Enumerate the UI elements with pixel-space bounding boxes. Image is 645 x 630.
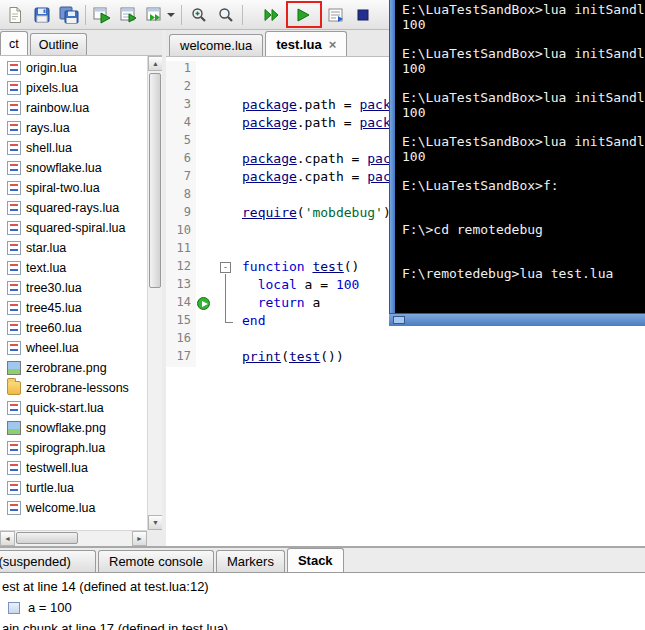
project-dropdown-icon[interactable] [144, 2, 177, 28]
toolbar-separator [85, 5, 86, 25]
new-file-icon[interactable] [2, 2, 27, 28]
code-line[interactable] [242, 331, 645, 349]
tree-item[interactable]: origin.lua [0, 58, 147, 78]
run-to-cursor-icon[interactable] [259, 2, 284, 28]
lua-file-icon [7, 101, 21, 115]
stop-icon[interactable] [350, 2, 375, 28]
lua-file-icon [7, 461, 21, 475]
tree-item[interactable]: star.lua [0, 238, 147, 258]
tab-project[interactable]: ct [0, 31, 28, 55]
ide-window: ct Outline origin.lua pixels.lua rainbow… [0, 0, 645, 630]
console-line [402, 208, 645, 223]
fold-collapse-icon[interactable]: - [220, 262, 231, 273]
tab-test-lua[interactable]: test.lua× [265, 31, 347, 56]
console-line: F:\remotedebug>lua test.lua [402, 266, 645, 281]
tree-item[interactable]: quick-start.lua [0, 398, 147, 418]
lua-file-icon [7, 61, 21, 75]
console-line [402, 31, 645, 46]
code-line[interactable]: print(test()) [242, 349, 645, 367]
console-resize-corner[interactable] [393, 316, 405, 324]
tree-item[interactable]: snowflake.lua [0, 158, 147, 178]
project-run-icon[interactable] [90, 2, 115, 28]
console-window-border-bottom [389, 313, 645, 326]
lua-file-icon [7, 501, 21, 515]
tree-item[interactable]: spirograph.lua [0, 438, 147, 458]
line-number: 1 [166, 61, 196, 79]
lua-file-icon [7, 341, 21, 355]
tree-item[interactable]: squared-spiral.lua [0, 218, 147, 238]
tree-item[interactable]: tree45.lua [0, 298, 147, 318]
project-panel: ct Outline origin.lua pixels.lua rainbow… [0, 30, 162, 546]
lua-file-icon [7, 121, 21, 135]
tab-output-suspended[interactable]: t (suspended) [0, 550, 96, 572]
lua-file-icon [7, 181, 21, 195]
line-number: 16 [166, 331, 196, 349]
tab-stack[interactable]: Stack [287, 548, 344, 572]
lua-file-icon [7, 401, 21, 415]
lua-file-icon [7, 301, 21, 315]
close-icon[interactable]: × [329, 37, 337, 52]
tab-remote-console[interactable]: Remote console [98, 550, 214, 572]
console-window[interactable]: E:\LuaTestSandBox>lua initSandl 100 E:\L… [389, 0, 645, 326]
console-line: 100 [402, 149, 645, 164]
console-output[interactable]: E:\LuaTestSandBox>lua initSandl 100 E:\L… [395, 0, 645, 313]
tree-item[interactable]: welcome.lua [0, 498, 147, 518]
tree-item[interactable]: snowflake.png [0, 418, 147, 438]
save-all-icon[interactable] [56, 2, 81, 28]
tab-outline[interactable]: Outline [30, 33, 88, 55]
console-line [402, 120, 645, 135]
sidebar-tabbar: ct Outline [0, 30, 162, 56]
image-file-icon [7, 421, 21, 435]
step-icon[interactable] [323, 2, 348, 28]
tab-welcome-lua[interactable]: welcome.lua [169, 34, 263, 56]
tree-item[interactable]: tree30.lua [0, 278, 147, 298]
line-number: 10 [166, 223, 196, 241]
bottom-tabbar: t (suspended) Remote console Markers Sta… [0, 548, 645, 572]
variable-icon [8, 602, 20, 614]
stack-variable[interactable]: a = 100 [0, 597, 645, 618]
zoom-icon[interactable] [213, 2, 238, 28]
tree-item[interactable]: squared-rays.lua [0, 198, 147, 218]
tree-item[interactable]: spiral-two.lua [0, 178, 147, 198]
tree-horizontal-scrollbar[interactable]: ◄ ► [0, 530, 147, 546]
tree-item[interactable]: zerobrane-lessons [0, 378, 147, 398]
scrollbar-thumb[interactable] [16, 532, 78, 544]
tree-vertical-scrollbar[interactable]: ▲ ▼ [147, 56, 162, 530]
scroll-right-icon[interactable]: ► [132, 531, 147, 546]
tree-item[interactable]: zerobrane.png [0, 358, 147, 378]
tree-item[interactable]: turtle.lua [0, 478, 147, 498]
lua-file-icon [7, 281, 21, 295]
scroll-down-icon[interactable]: ▼ [148, 515, 163, 530]
lua-file-icon [7, 441, 21, 455]
tab-markers[interactable]: Markers [216, 550, 285, 572]
scrollbar-thumb[interactable] [149, 73, 161, 288]
zoom-in-icon[interactable] [186, 2, 211, 28]
image-file-icon [7, 361, 21, 375]
tree-item[interactable]: rainbow.lua [0, 98, 147, 118]
line-number: 14 [166, 295, 196, 313]
stack-frame[interactable]: ain chunk at line 17 (defined in test.lu… [0, 618, 645, 630]
save-icon[interactable] [29, 2, 54, 28]
stack-frame[interactable]: est at line 14 (defined at test.lua:12) [0, 576, 645, 597]
tree-item[interactable]: shell.lua [0, 138, 147, 158]
scroll-left-icon[interactable]: ◄ [0, 531, 15, 546]
scroll-up-icon[interactable]: ▲ [148, 56, 163, 71]
console-line [402, 252, 645, 267]
tree-item[interactable]: tree60.lua [0, 318, 147, 338]
tree-item[interactable]: wheel.lua [0, 338, 147, 358]
tree-item[interactable]: testwell.lua [0, 458, 147, 478]
tree-item[interactable]: rays.lua [0, 118, 147, 138]
line-number: 2 [166, 79, 196, 97]
bottom-panel: t (suspended) Remote console Markers Sta… [0, 546, 645, 630]
console-line [402, 164, 645, 179]
line-number: 13 [166, 277, 196, 295]
line-number-gutter[interactable]: 1 2 3 4 5 6 7 8 9 10 11 12 13 14 15 16 1… [166, 61, 196, 367]
lua-file-icon [7, 201, 21, 215]
line-number: 17 [166, 349, 196, 367]
console-line: E:\LuaTestSandBox>f: [402, 178, 645, 193]
start-debugging-icon[interactable] [291, 2, 316, 28]
project-grid-icon[interactable] [117, 2, 142, 28]
tree-item[interactable]: pixels.lua [0, 78, 147, 98]
tree-item[interactable]: text.lua [0, 258, 147, 278]
lua-file-icon [7, 261, 21, 275]
